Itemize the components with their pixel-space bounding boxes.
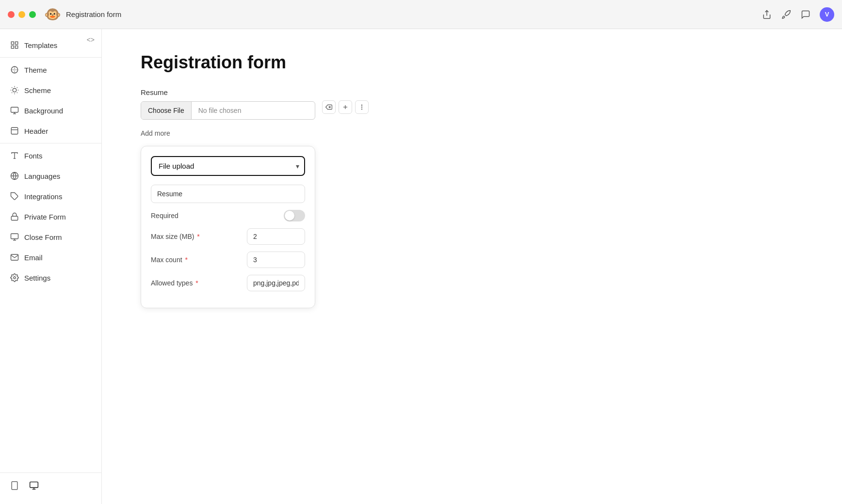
sidebar-label-background: Background bbox=[24, 107, 63, 115]
sidebar-item-integrations[interactable]: Integrations bbox=[0, 186, 101, 206]
main-content: Registration form Resume Choose File No … bbox=[102, 29, 842, 504]
svg-point-39 bbox=[361, 105, 362, 105]
mobile-view-icon[interactable] bbox=[8, 479, 21, 492]
svg-rect-30 bbox=[12, 482, 17, 490]
required-row: Required bbox=[151, 210, 305, 221]
sidebar-item-email[interactable]: Email bbox=[0, 247, 101, 268]
header-icon bbox=[10, 126, 19, 136]
svg-line-9 bbox=[12, 87, 12, 88]
svg-line-10 bbox=[17, 93, 17, 93]
required-toggle[interactable] bbox=[284, 210, 305, 221]
field-label-resume: Resume bbox=[141, 88, 500, 96]
sidebar-item-fonts[interactable]: Fonts bbox=[0, 145, 101, 166]
sidebar-item-private-form[interactable]: Private Form bbox=[0, 206, 101, 227]
svg-line-13 bbox=[12, 93, 12, 93]
sidebar-item-settings[interactable]: Settings bbox=[0, 268, 101, 288]
more-options-button[interactable] bbox=[355, 100, 369, 114]
sidebar-label-theme: Theme bbox=[24, 66, 47, 74]
sidebar-item-close-form[interactable]: Close Form bbox=[0, 227, 101, 247]
svg-rect-25 bbox=[11, 216, 18, 220]
sidebar-item-scheme[interactable]: Scheme bbox=[0, 80, 101, 100]
desktop-view-icon[interactable] bbox=[27, 479, 41, 492]
share-icon[interactable] bbox=[761, 9, 772, 20]
svg-rect-18 bbox=[11, 127, 18, 134]
sidebar-item-background[interactable]: Background bbox=[0, 100, 101, 121]
sidebar-item-languages[interactable]: Languages bbox=[0, 166, 101, 186]
allowed-types-required-star: * bbox=[194, 279, 198, 287]
titlebar: 🐵 Registration form V bbox=[0, 0, 842, 29]
svg-point-29 bbox=[14, 277, 16, 279]
sidebar-label-templates: Templates bbox=[24, 41, 57, 49]
sidebar-divider-1 bbox=[0, 57, 101, 58]
sidebar-label-settings: Settings bbox=[24, 274, 50, 282]
max-count-input[interactable] bbox=[247, 252, 305, 268]
form-title: Registration form bbox=[141, 52, 500, 73]
fonts-icon bbox=[10, 151, 19, 160]
sidebar-item-header[interactable]: Header bbox=[0, 121, 101, 141]
settings-icon bbox=[10, 273, 19, 283]
max-size-row: Max size (MB) * bbox=[151, 228, 305, 245]
sidebar-label-scheme: Scheme bbox=[24, 86, 51, 94]
svg-rect-15 bbox=[11, 107, 18, 112]
field-type-select[interactable]: File upload Image upload Text Email Numb… bbox=[151, 156, 305, 176]
sidebar: <> Templates Theme Scheme Background bbox=[0, 29, 102, 504]
field-type-select-wrapper: File upload Image upload Text Email Numb… bbox=[151, 156, 305, 176]
comment-icon[interactable] bbox=[800, 9, 811, 20]
max-count-required-star: * bbox=[183, 256, 188, 264]
sidebar-label-email: Email bbox=[24, 253, 43, 262]
max-size-required-star: * bbox=[195, 233, 199, 240]
sidebar-label-integrations: Integrations bbox=[24, 192, 62, 201]
maximize-button[interactable] bbox=[29, 11, 36, 18]
svg-line-14 bbox=[17, 87, 17, 88]
required-label: Required bbox=[151, 212, 178, 220]
svg-rect-1 bbox=[11, 42, 14, 44]
sidebar-label-private-form: Private Form bbox=[24, 213, 66, 221]
sidebar-item-templates[interactable]: Templates bbox=[0, 35, 101, 55]
file-placeholder: No file chosen bbox=[192, 102, 248, 119]
choose-file-button[interactable]: Choose File bbox=[141, 102, 192, 119]
user-avatar[interactable]: V bbox=[820, 7, 834, 22]
background-icon bbox=[10, 106, 19, 115]
sidebar-divider-2 bbox=[0, 143, 101, 143]
email-icon bbox=[10, 252, 19, 262]
max-size-input[interactable] bbox=[247, 228, 305, 245]
add-more-link[interactable]: Add more bbox=[141, 129, 500, 137]
integrations-icon bbox=[10, 191, 19, 201]
svg-rect-26 bbox=[11, 234, 18, 239]
max-count-label: Max count * bbox=[151, 256, 188, 264]
templates-icon bbox=[10, 40, 19, 50]
svg-point-6 bbox=[13, 88, 16, 92]
theme-icon bbox=[10, 65, 19, 75]
svg-point-40 bbox=[361, 107, 362, 107]
rocket-icon[interactable] bbox=[781, 9, 792, 20]
sidebar-label-languages: Languages bbox=[24, 172, 60, 180]
svg-point-41 bbox=[361, 109, 362, 110]
minimize-button[interactable] bbox=[18, 11, 25, 18]
allowed-types-label: Allowed types * bbox=[151, 279, 198, 287]
titlebar-actions: V bbox=[761, 7, 834, 22]
sidebar-label-close-form: Close Form bbox=[24, 233, 62, 241]
titlebar-title: Registration form bbox=[66, 10, 761, 18]
scheme-icon bbox=[10, 85, 19, 95]
svg-rect-3 bbox=[11, 46, 14, 48]
app-container: <> Templates Theme Scheme Background bbox=[0, 29, 842, 504]
file-input-row: Choose File No file chosen bbox=[141, 101, 315, 120]
toggle-knob bbox=[285, 211, 294, 220]
app-logo: 🐵 bbox=[44, 6, 61, 23]
languages-icon bbox=[10, 171, 19, 181]
close-button[interactable] bbox=[8, 11, 15, 18]
add-field-button[interactable] bbox=[339, 100, 352, 114]
svg-rect-32 bbox=[30, 482, 38, 488]
traffic-lights bbox=[8, 11, 36, 18]
svg-rect-4 bbox=[16, 46, 18, 48]
delete-field-button[interactable] bbox=[322, 100, 336, 114]
sidebar-item-theme[interactable]: Theme bbox=[0, 60, 101, 80]
private-form-icon bbox=[10, 212, 19, 221]
field-name-input[interactable] bbox=[151, 185, 305, 203]
sidebar-footer bbox=[0, 472, 101, 498]
sidebar-label-header: Header bbox=[24, 127, 48, 135]
config-panel: File upload Image upload Text Email Numb… bbox=[141, 146, 315, 308]
form-area: Registration form Resume Choose File No … bbox=[102, 29, 538, 331]
allowed-types-input[interactable] bbox=[247, 275, 305, 291]
sidebar-label-fonts: Fonts bbox=[24, 152, 43, 160]
